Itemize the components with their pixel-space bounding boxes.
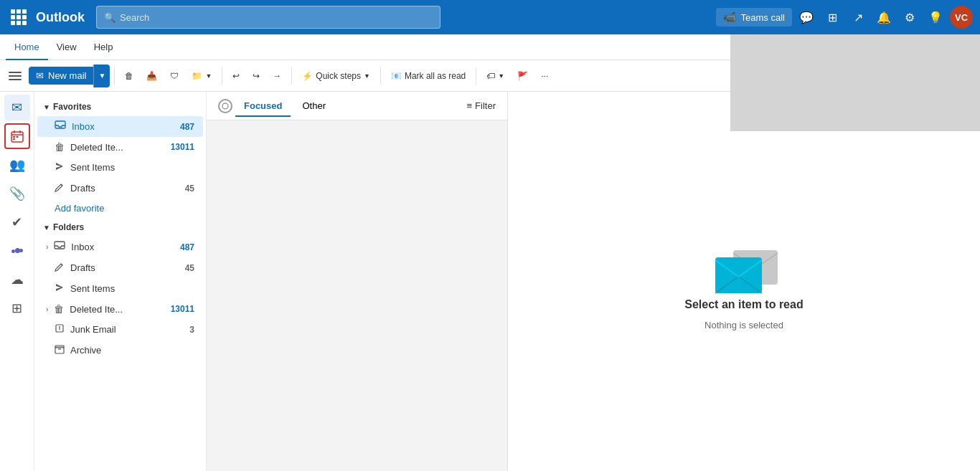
read-pane: Select an item to read Nothing is select… xyxy=(508,92,980,471)
folders-label: Folders xyxy=(53,222,84,232)
folders-header[interactable]: ▼ Folders xyxy=(34,218,206,237)
empty-state-illustration xyxy=(708,232,780,290)
archive-button[interactable]: 📥 xyxy=(141,68,163,84)
tag-icon: 🏷 xyxy=(486,71,495,81)
spam-button[interactable]: 🛡 xyxy=(164,68,184,84)
svg-rect-8 xyxy=(11,249,15,253)
cloud-icon: ☁ xyxy=(11,272,24,287)
avatar[interactable]: VC xyxy=(950,6,973,29)
favorites-deleted-count: 13011 xyxy=(171,142,194,152)
email-list-body xyxy=(207,120,507,471)
folder-sent[interactable]: Sent Items xyxy=(37,278,203,299)
folder-drafts-icon xyxy=(55,262,65,274)
favorites-drafts-label: Drafts xyxy=(70,183,95,194)
video-icon: 📹 xyxy=(723,11,737,24)
new-mail-dropdown[interactable]: ▼ xyxy=(93,65,110,87)
favorites-deleted[interactable]: 🗑 Deleted Ite... 13011 xyxy=(37,137,203,157)
folder-deleted[interactable]: › 🗑 Deleted Ite... 13011 xyxy=(37,299,203,319)
undo-icon: ↩ xyxy=(232,71,240,81)
tab-focused-label: Focused xyxy=(244,100,282,111)
bulb-icon: 💡 xyxy=(928,11,943,24)
favorites-collapse-icon: ▼ xyxy=(43,103,50,111)
favorites-drafts[interactable]: Drafts 45 xyxy=(37,178,203,199)
waffle-grid-icon xyxy=(11,9,27,25)
svg-point-16 xyxy=(222,103,228,109)
sidebar-item-calendar[interactable] xyxy=(4,123,30,149)
spam-icon: 🛡 xyxy=(170,71,179,81)
flag-icon: 🚩 xyxy=(517,71,528,81)
share-icon-btn[interactable]: ↗ xyxy=(847,6,870,29)
menu-view-label: View xyxy=(57,42,77,52)
tag-button[interactable]: 🏷 ▼ xyxy=(481,68,510,84)
svg-rect-5 xyxy=(16,136,18,138)
folder-inbox[interactable]: › Inbox 487 xyxy=(37,237,203,257)
folder-deleted-count: 13011 xyxy=(171,304,194,314)
sidebar-item-attach[interactable]: 📎 xyxy=(4,181,30,206)
search-bar[interactable]: 🔍 xyxy=(96,6,440,29)
inbox-icon xyxy=(55,120,66,133)
attach-icon: 📎 xyxy=(9,186,25,201)
forward-button[interactable]: → xyxy=(267,68,287,84)
tab-focused[interactable]: Focused xyxy=(235,96,291,117)
grid-icon-btn[interactable]: ⊞ xyxy=(821,6,844,29)
teams-call-button[interactable]: 📹 Teams call xyxy=(716,8,792,27)
move-button[interactable]: 📁 ▼ xyxy=(186,68,217,84)
favorites-inbox-label: Inbox xyxy=(72,121,95,132)
drafts-icon xyxy=(55,182,65,194)
gear-icon-btn[interactable]: ⚙ xyxy=(898,6,921,29)
favorites-header[interactable]: ▼ Favorites xyxy=(34,97,206,116)
email-list-tabs: Focused Other ≡ Filter xyxy=(207,92,507,120)
move-icon: 📁 xyxy=(192,71,202,81)
preview-area xyxy=(730,34,980,131)
folders-collapse-icon: ▼ xyxy=(43,224,50,232)
folder-archive[interactable]: Archive xyxy=(37,340,203,361)
folder-drafts[interactable]: Drafts 45 xyxy=(37,257,203,278)
hamburger-button[interactable] xyxy=(6,69,24,83)
apps-icon: ⊞ xyxy=(11,300,22,316)
undo-button[interactable]: ↩ xyxy=(227,68,245,84)
favorites-inbox[interactable]: Inbox 487 xyxy=(37,116,203,137)
more-button[interactable]: ··· xyxy=(535,68,554,84)
redo-undo-button[interactable]: ↪ xyxy=(247,68,265,84)
move-caret: ▼ xyxy=(205,72,212,80)
sidebar-item-mail[interactable]: ✉ xyxy=(4,95,30,120)
sidebar-item-people[interactable]: 👥 xyxy=(4,152,30,178)
search-input[interactable] xyxy=(120,12,433,23)
waffle-menu[interactable] xyxy=(7,6,30,29)
chat-icon-btn[interactable]: 💬 xyxy=(795,6,818,29)
app-title: Outlook xyxy=(36,10,85,25)
empty-state-subtitle: Nothing is selected xyxy=(705,320,783,330)
bell-icon: 🔔 xyxy=(877,11,891,24)
tab-other[interactable]: Other xyxy=(293,96,334,117)
menu-help[interactable]: Help xyxy=(85,34,122,60)
favorites-sent[interactable]: Sent Items xyxy=(37,157,203,178)
folder-deleted-label: Deleted Ite... xyxy=(70,304,123,315)
menu-home[interactable]: Home xyxy=(6,34,48,60)
svg-rect-4 xyxy=(13,136,15,138)
filter-button[interactable]: ≡ Filter xyxy=(461,97,501,114)
menu-view[interactable]: View xyxy=(48,34,85,60)
quick-steps-button[interactable]: ⚡ Quick steps ▼ xyxy=(296,68,376,84)
toolbar-divider-5 xyxy=(476,67,476,85)
teams-call-label: Teams call xyxy=(741,12,785,23)
bulb-icon-btn[interactable]: 💡 xyxy=(924,6,947,29)
sidebar-item-apps[interactable]: ⊞ xyxy=(4,295,30,321)
bell-icon-btn[interactable]: 🔔 xyxy=(872,6,895,29)
filter-icon: ≡ xyxy=(467,100,473,111)
add-favorite-link[interactable]: Add favorite xyxy=(34,199,206,218)
svg-rect-9 xyxy=(19,249,23,252)
sidebar-item-teams[interactable] xyxy=(4,238,30,264)
top-bar: Outlook 🔍 📹 Teams call 💬 ⊞ ↗ 🔔 ⚙ 💡 VC xyxy=(0,0,980,34)
sidebar-item-cloud[interactable]: ☁ xyxy=(4,267,30,292)
mark-all-read-button[interactable]: 📧 Mark all as read xyxy=(385,68,471,84)
flag-button[interactable]: 🚩 xyxy=(512,68,534,84)
new-mail-button[interactable]: ✉ New mail xyxy=(29,67,93,85)
envelope-svg xyxy=(708,232,787,297)
folder-junk[interactable]: Junk Email 3 xyxy=(37,319,203,340)
icon-nav: ✉ 👥 📎 ✔ xyxy=(0,92,34,471)
sidebar-item-tasks[interactable]: ✔ xyxy=(4,209,30,235)
delete-button[interactable]: 🗑 xyxy=(119,68,139,84)
select-all-check[interactable] xyxy=(218,99,232,113)
mark-all-read-label: Mark all as read xyxy=(405,71,466,81)
folder-junk-count: 3 xyxy=(189,325,194,335)
